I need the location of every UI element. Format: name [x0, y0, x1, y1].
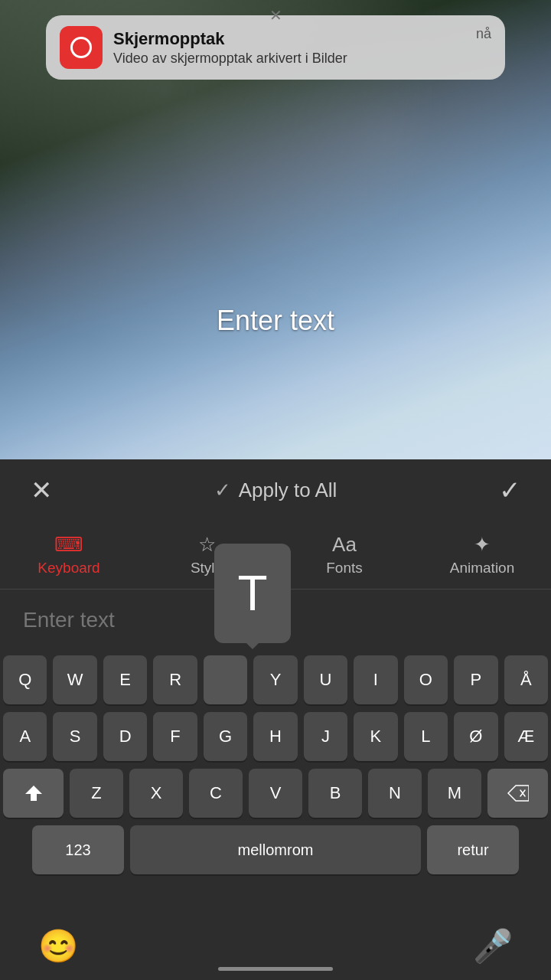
key-aa[interactable]: Å: [504, 655, 548, 704]
backspace-key[interactable]: [487, 769, 548, 818]
apply-check-icon: ✓: [214, 479, 231, 502]
keyboard-row-2: A S D F G H J K L Ø Æ: [3, 712, 548, 761]
keyboard-row-3: Z X C V B N M: [3, 769, 548, 818]
key-q[interactable]: Q: [3, 655, 47, 704]
notification-banner[interactable]: ✕ Skjermopptak Video av skjermopptak ark…: [46, 15, 505, 80]
spacebar-key[interactable]: mellomrom: [130, 825, 421, 874]
key-d[interactable]: D: [103, 712, 147, 761]
notification-title: Skjermopptak: [113, 29, 465, 49]
tab-keyboard[interactable]: ⌨ Keyboard: [0, 521, 138, 589]
keyboard-icon: ⌨: [54, 533, 83, 557]
key-a[interactable]: A: [3, 712, 47, 761]
key-x[interactable]: X: [129, 769, 183, 818]
key-k[interactable]: K: [354, 712, 397, 761]
key-j[interactable]: J: [304, 712, 347, 761]
key-z[interactable]: Z: [70, 769, 123, 818]
animation-icon: ✦: [474, 533, 491, 557]
fonts-icon: Aa: [332, 533, 357, 557]
key-w[interactable]: W: [53, 655, 96, 704]
tab-animation-label: Animation: [450, 560, 515, 577]
tab-keyboard-label: Keyboard: [37, 560, 99, 577]
close-button[interactable]: ✕: [31, 477, 52, 503]
video-text-label[interactable]: Enter text: [217, 305, 334, 337]
apply-label: Apply to All: [239, 479, 337, 502]
emoji-icon[interactable]: 😊: [38, 927, 78, 965]
numbers-key[interactable]: 123: [32, 825, 124, 874]
key-t[interactable]: [204, 655, 247, 704]
key-h[interactable]: H: [253, 712, 297, 761]
key-f[interactable]: F: [153, 712, 197, 761]
home-indicator: [218, 967, 333, 971]
keyboard-row-4: 123 mellomrom retur: [3, 825, 548, 874]
t-popup-letter: T: [237, 565, 267, 622]
bottom-bar: 😊 🎤: [0, 919, 551, 980]
key-y[interactable]: Y: [253, 655, 297, 704]
apply-to-all-button[interactable]: ✓ Apply to All: [214, 479, 337, 502]
key-i[interactable]: I: [354, 655, 397, 704]
key-e[interactable]: E: [103, 655, 147, 704]
key-m[interactable]: M: [428, 769, 481, 818]
shift-key[interactable]: [3, 769, 64, 818]
key-s[interactable]: S: [53, 712, 96, 761]
key-c[interactable]: C: [189, 769, 243, 818]
key-u[interactable]: U: [304, 655, 347, 704]
bottom-panel: ✕ ✓ Apply to All ✓ ⌨ Keyboard ☆ Style Aa…: [0, 459, 551, 980]
keyboard-row-1: Q W E R Y U I O P Å: [3, 655, 548, 704]
style-icon: ☆: [198, 533, 216, 557]
toolbar: ✕ ✓ Apply to All ✓: [0, 459, 551, 521]
tab-animation[interactable]: ✦ Animation: [413, 521, 551, 589]
tab-fonts[interactable]: Aa Fonts: [276, 521, 413, 589]
notification-dismiss-icon: ✕: [269, 6, 282, 24]
key-n[interactable]: N: [368, 769, 422, 818]
keyboard: Q W E R Y U I O P Å A S D F G H J K L Ø …: [0, 651, 551, 919]
notification-body: Video av skjermopptak arkivert i Bilder: [113, 51, 465, 67]
text-input-row: T: [0, 590, 551, 651]
key-r[interactable]: R: [153, 655, 197, 704]
mic-icon[interactable]: 🎤: [473, 927, 513, 965]
notification-time: nå: [476, 26, 491, 42]
key-l[interactable]: L: [404, 712, 448, 761]
record-icon: [70, 37, 92, 58]
key-v[interactable]: V: [249, 769, 302, 818]
key-g[interactable]: G: [204, 712, 247, 761]
tab-fonts-label: Fonts: [326, 560, 363, 577]
confirm-button[interactable]: ✓: [499, 475, 520, 505]
key-b[interactable]: B: [308, 769, 362, 818]
t-popup-key: T: [214, 544, 291, 643]
video-preview: ✕ Skjermopptak Video av skjermopptak ark…: [0, 0, 551, 459]
return-key[interactable]: retur: [427, 825, 519, 874]
key-ae[interactable]: Æ: [504, 712, 548, 761]
key-o[interactable]: O: [404, 655, 448, 704]
notification-text: Skjermopptak Video av skjermopptak arkiv…: [113, 29, 465, 67]
notification-app-icon: [60, 26, 103, 69]
key-oslash[interactable]: Ø: [454, 712, 497, 761]
key-p[interactable]: P: [454, 655, 497, 704]
